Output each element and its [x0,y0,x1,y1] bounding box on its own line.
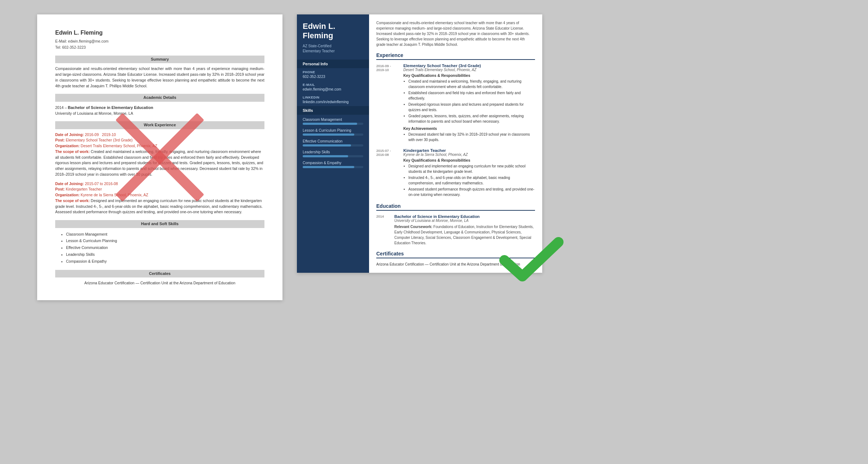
skill-item: Leadership Skills [66,251,264,258]
skill-fill-2 [303,133,354,136]
email-value: edwin.fleming@me.com [303,87,363,91]
skill-label-1: Classroom Management [303,118,363,122]
left-summary-text: Compassionate and results-oriented eleme… [55,66,264,89]
exp-quals-2: Designed and implemented an engaging cur… [403,163,535,197]
right-summary: Compassionate and results-oriented eleme… [376,20,535,47]
org-value-1: Desert Trails Elementary School, Phoenix… [81,144,157,148]
experience-title: Experience [376,52,535,60]
exp-qual-item: Assessed student performance through qui… [408,187,535,197]
edu-year-1: 2014 [376,214,391,246]
post-label-2: Post: [55,187,65,191]
phone-label: Phone [303,70,363,74]
left-academic-header: Academic Details [55,94,264,101]
exp-qual-item: Designed and implemented an engaging cur… [408,163,535,174]
scope-label-2: The scope of work: [55,198,90,203]
exp-qual-title-1: Key Qualifications & Responsibilities [403,73,535,78]
edu-school-1: University of Louisiana at Monroe, Monro… [394,219,535,223]
exp-achieve-item: Decreased student fail rate by 32% in 20… [408,132,535,143]
skill-item: Compassion & Empathy [66,258,264,265]
date-value-1: 2016-09 2019-10 [85,132,116,137]
exp-qual-item: Graded papers, lessons, tests, quizzes, … [408,113,535,124]
skill-track-2 [303,133,363,136]
cert-title: Certificates [376,251,535,258]
exp-title-2: Kindergarten Teacher [403,148,535,153]
left-work-header: Work Experience [55,121,264,129]
org-label-2: Organization: [55,193,80,197]
exp-date-2: 2015-07 -2016-08 [376,148,400,198]
skills-bars: Classroom Management Lesson & Curriculum… [297,115,369,175]
skill-fill-4 [303,155,348,157]
skill-track-3 [303,144,363,146]
left-edu-entry: 2014 – Bachelor of Science in Elementary… [55,105,264,117]
exp-details-1: Elementary School Teacher (3rd Grade) De… [403,64,535,143]
phone-item: Phone 602-352-3223 [297,68,369,81]
skill-fill-1 [303,123,357,125]
left-work-entry-1: Date of Joining: 2016-09 2019-10 Post: E… [55,132,264,178]
left-cert-text: Arizona Educator Certification — Certifi… [55,280,264,286]
date-label-2: Date of Joining: [55,181,84,186]
right-sidebar: Edwin L. Fleming AZ State-Certified Elem… [297,14,369,273]
scope-label-1: The scope of work: [55,149,90,154]
skill-bar-3: Effective Communication [303,139,363,146]
skill-label-3: Effective Communication [303,139,363,143]
email-item: E-mail edwin.fleming@me.com [297,81,369,93]
skill-fill-5 [303,166,354,168]
exp-achievements-1: Decreased student fail rate by 32% in 20… [403,132,535,143]
skill-bar-2: Lesson & Curriculum Planning [303,128,363,136]
skill-label-2: Lesson & Curriculum Planning [303,128,363,132]
right-cert: AZ State-Certified Elementary Teacher [303,44,363,54]
edu-degree-1: Bachelor of Science in Elementary Educat… [394,214,535,219]
left-skills-list: Classroom Management Lesson & Curriculum… [55,231,264,265]
post-value-1: Elementary School Teacher (3rd Grade) [66,138,132,142]
exp-qual-item: Created and maintained a welcoming, frie… [408,79,535,89]
skill-track-1 [303,123,363,125]
skill-item: Classroom Management [66,231,264,238]
exp-org-1: Desert Trails Elementary School, Phoenix… [403,68,535,72]
skill-item: Lesson & Curriculum Planning [66,237,264,244]
left-name: Edwin L. Fleming [55,29,264,37]
exp-qual-item: Developed rigorous lesson plans and lect… [408,102,535,113]
cert-text: Arizona Educator Certification — Certifi… [376,262,535,267]
org-value-2: Kyrene de la Sierra School, Phoenix, AZ [81,193,148,197]
exp-qual-title-2: Key Qualifications & Responsibilities [403,158,535,162]
left-cert-header: Certificates [55,270,264,277]
exp-quals-1: Created and maintained a welcoming, frie… [403,79,535,124]
skill-bar-5: Compassion & Empathy [303,161,363,168]
skill-bar-4: Leadership Skills [303,150,363,157]
left-email: E-Mail: edwin.fleming@me.com Tel: 602-35… [55,38,264,51]
exp-qual-item: Instructed 4-, 5-, and 6-year-olds on th… [408,175,535,186]
edu-details-1: Bachelor of Science in Elementary Educat… [394,214,535,246]
linkedin-item: LinkedIn linkedin.com/in/edwinfleming [297,93,369,106]
linkedin-label: LinkedIn [303,96,363,99]
date-label-1: Date of Joining: [55,132,84,137]
exp-achieve-title-1: Key Achievements [403,126,535,131]
linkedin-value: linkedin.com/in/edwinfleming [303,100,363,104]
right-resume: Edwin L. Fleming AZ State-Certified Elem… [297,14,542,273]
left-resume: Edwin L. Fleming E-Mail: edwin.fleming@m… [37,14,282,300]
skill-bar-1: Classroom Management [303,118,363,125]
exp-entry-1: 2016-09 -2019-10 Elementary School Teach… [376,64,535,143]
left-summary-header: Summary [55,56,264,63]
edu-entry-1: 2014 Bachelor of Science in Elementary E… [376,214,535,246]
exp-entry-2: 2015-07 -2016-08 Kindergarten Teacher Ky… [376,148,535,198]
date-value-2: 2015-07 to 2016-08 [85,181,118,186]
edu-coursework-1: Relevant Coursework: Foundations of Educ… [394,224,535,246]
skill-label-4: Leadership Skills [303,150,363,154]
skill-label-5: Compassion & Empathy [303,161,363,165]
education-title: Education [376,203,535,211]
email-label: E-mail [303,83,363,87]
left-skills-header: Hard and Soft Skills [55,220,264,228]
org-label-1: Organization: [55,144,80,148]
exp-title-1: Elementary School Teacher (3rd Grade) [403,64,535,68]
skill-track-4 [303,155,363,157]
sidebar-header: Edwin L. Fleming AZ State-Certified Elem… [297,14,369,60]
exp-details-2: Kindergarten Teacher Kyrene de la Sierra… [403,148,535,198]
exp-qual-item: Established classroom and field trip rul… [408,90,535,101]
post-value-2: Kindergarten Teacher [66,187,102,191]
exp-date-1: 2016-09 -2019-10 [376,64,400,143]
left-work-entry-2: Date of Joining: 2015-07 to 2016-08 Post… [55,181,264,215]
skill-fill-3 [303,144,351,146]
page-container: Edwin L. Fleming E-Mail: edwin.fleming@m… [37,14,831,300]
post-label-1: Post: [55,138,65,142]
skill-track-5 [303,166,363,168]
